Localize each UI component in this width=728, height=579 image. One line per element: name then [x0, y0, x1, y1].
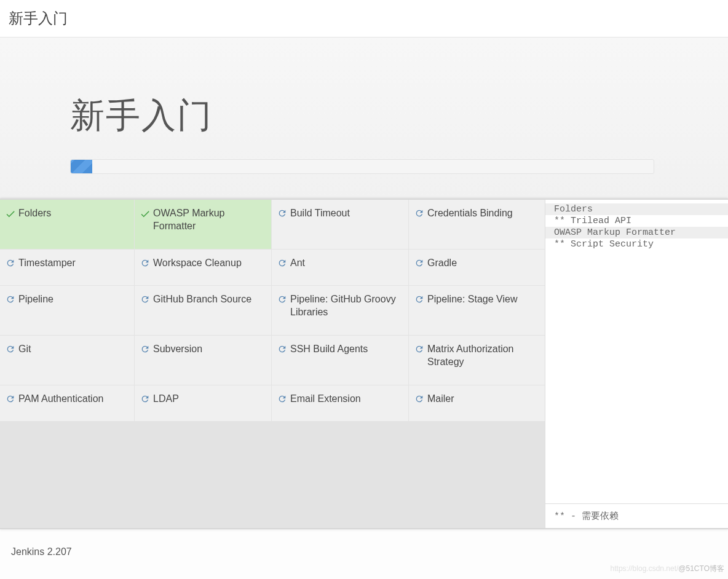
progress-bar — [70, 159, 654, 174]
plugin-name: Email Extension — [290, 393, 402, 406]
plugin-cell: GitHub Branch Source — [135, 286, 271, 335]
plugin-cell: SSH Build Agents — [272, 336, 408, 385]
refresh-icon — [411, 207, 427, 218]
plugin-name: Workspace Cleanup — [153, 257, 265, 270]
breadcrumb: 新手入门 — [0, 0, 728, 37]
refresh-icon — [411, 393, 427, 404]
hero-title: 新手入门 — [70, 93, 728, 140]
hero: 新手入门 — [0, 37, 728, 199]
plugin-cell: Subversion — [135, 336, 271, 385]
plugin-cell: Matrix Authorization Strategy — [409, 336, 545, 385]
plugin-name: Gradle — [427, 257, 539, 270]
refresh-icon — [411, 293, 427, 304]
plugin-name: Timestamper — [18, 257, 128, 270]
refresh-icon — [411, 343, 427, 354]
plugin-name: Credentials Binding — [427, 207, 539, 220]
log-line: ** Script Security — [545, 238, 728, 250]
refresh-icon — [2, 343, 18, 354]
refresh-icon — [137, 343, 153, 354]
progress-fill — [71, 160, 92, 173]
plugin-cell: Folders — [0, 200, 134, 249]
refresh-icon — [274, 293, 290, 304]
plugin-cell: Timestamper — [0, 250, 134, 286]
plugin-name: SSH Build Agents — [290, 343, 402, 356]
plugin-cell: LDAP — [135, 385, 271, 422]
plugin-name: Pipeline — [18, 293, 128, 306]
refresh-icon — [274, 257, 290, 268]
install-log-panel: Folders** Trilead APIOWASP Markup Format… — [545, 200, 728, 528]
plugin-cell: Pipeline — [0, 286, 134, 335]
plugin-name: Folders — [18, 207, 128, 220]
plugin-cell: Ant — [272, 250, 408, 286]
install-log: Folders** Trilead APIOWASP Markup Format… — [545, 200, 728, 503]
refresh-icon — [137, 393, 153, 404]
plugin-name: OWASP Markup Formatter — [153, 207, 265, 233]
plugin-name: Mailer — [427, 393, 539, 406]
watermark: https://blog.csdn.net/@51CTO博客 — [611, 564, 724, 574]
plugin-name: Ant — [290, 257, 402, 270]
page-title: 新手入门 — [9, 9, 68, 28]
plugin-grid: FoldersOWASP Markup FormatterBuild Timeo… — [0, 200, 545, 528]
plugin-cell: Email Extension — [272, 385, 408, 422]
plugin-name: PAM Authentication — [18, 393, 128, 406]
refresh-icon — [274, 343, 290, 354]
plugin-cell: Pipeline: Stage View — [409, 286, 545, 335]
footer: Jenkins 2.207 — [0, 529, 728, 557]
plugin-cell: Workspace Cleanup — [135, 250, 271, 286]
plugin-cell: PAM Authentication — [0, 385, 134, 422]
refresh-icon — [274, 207, 290, 218]
plugin-cell: OWASP Markup Formatter — [135, 200, 271, 249]
plugin-name: Pipeline: Stage View — [427, 293, 539, 306]
main-panel: FoldersOWASP Markup FormatterBuild Timeo… — [0, 199, 728, 529]
log-line: ** Trilead API — [545, 215, 728, 227]
jenkins-version: Jenkins 2.207 — [11, 546, 72, 557]
plugin-name: Git — [18, 343, 128, 356]
plugin-cell: Build Timeout — [272, 200, 408, 249]
check-icon — [137, 207, 153, 219]
plugin-name: Build Timeout — [290, 207, 402, 220]
log-line: Folders — [545, 203, 728, 215]
plugin-cell: Pipeline: GitHub Groovy Libraries — [272, 286, 408, 335]
plugin-cell: Credentials Binding — [409, 200, 545, 249]
refresh-icon — [137, 257, 153, 268]
refresh-icon — [137, 293, 153, 304]
refresh-icon — [2, 393, 18, 404]
refresh-icon — [411, 257, 427, 268]
log-line: OWASP Markup Formatter — [545, 227, 728, 238]
refresh-icon — [2, 293, 18, 304]
plugin-cell: Mailer — [409, 385, 545, 422]
plugin-name: GitHub Branch Source — [153, 293, 265, 306]
plugin-name: Matrix Authorization Strategy — [427, 343, 539, 369]
plugin-cell: Git — [0, 336, 134, 385]
refresh-icon — [2, 257, 18, 268]
check-icon — [2, 207, 18, 219]
plugin-name: Subversion — [153, 343, 265, 356]
refresh-icon — [274, 393, 290, 404]
plugin-name: Pipeline: GitHub Groovy Libraries — [290, 293, 402, 319]
plugin-name: LDAP — [153, 393, 265, 406]
plugin-cell: Gradle — [409, 250, 545, 286]
legend: ** - 需要依赖 — [545, 503, 728, 528]
